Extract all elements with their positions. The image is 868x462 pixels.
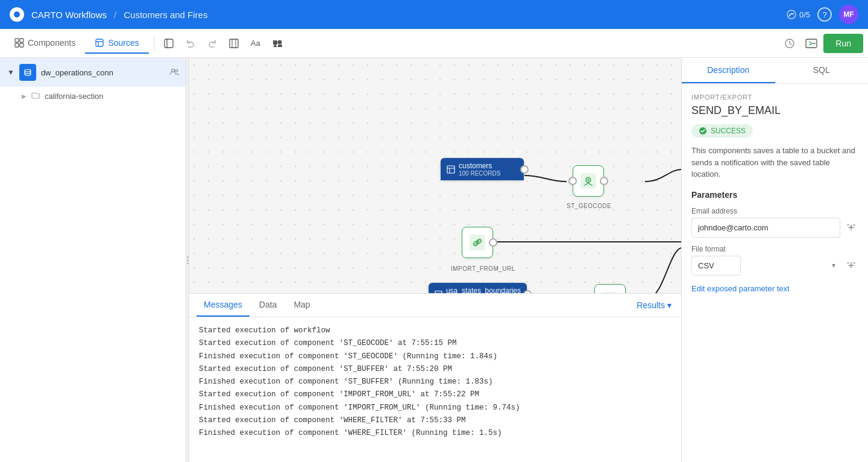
map-tab[interactable]: Map xyxy=(286,294,317,317)
svg-rect-23 xyxy=(447,166,454,173)
undo-icon xyxy=(185,38,196,49)
folder-name: california-section xyxy=(45,92,104,101)
usa-out[interactable] xyxy=(523,290,532,294)
gauge-icon xyxy=(786,9,797,20)
undo-button[interactable] xyxy=(181,34,200,53)
import-out[interactable] xyxy=(489,238,497,247)
log-line-2: Finished execution of component 'ST_GEOC… xyxy=(199,350,669,363)
user-avatar[interactable]: MF xyxy=(839,5,858,24)
font-button[interactable]: Aa xyxy=(246,34,265,53)
workflow-canvas[interactable]: customers 100 RECORDS ST xyxy=(187,58,681,293)
import-url-node[interactable] xyxy=(462,227,493,258)
run-button[interactable]: Run xyxy=(823,34,863,53)
redo-button[interactable] xyxy=(203,34,222,53)
clock-icon xyxy=(784,38,795,49)
right-panel-tabs: Description SQL xyxy=(682,58,868,84)
sources-icon xyxy=(95,38,104,48)
file-format-select[interactable]: CSV JSON GeoJSON Parquet xyxy=(691,256,741,276)
geocode-node[interactable] xyxy=(573,165,604,197)
usa-title: usa_states_boundaries xyxy=(446,286,521,293)
select-arrow: ▾ xyxy=(832,261,835,270)
components-tab[interactable]: Components xyxy=(5,33,85,54)
usa-node[interactable]: usa_states_boundaries 51 RECORDS xyxy=(428,282,527,293)
bottom-panel: Messages Data Map Results ▾ Started exec… xyxy=(187,293,681,462)
svg-point-22 xyxy=(175,69,178,72)
add-icon xyxy=(846,223,856,232)
file-format-row: CSV JSON GeoJSON Parquet ▾ xyxy=(691,256,858,276)
title-separator: / xyxy=(114,10,116,20)
main-toolbar: Components Sources xyxy=(0,29,868,58)
topbar-right: 0/5 ? MF xyxy=(786,5,858,24)
svg-rect-16 xyxy=(278,45,282,47)
sql-tab[interactable]: SQL xyxy=(775,58,869,83)
sidebar-splitter[interactable] xyxy=(186,58,187,462)
history-button[interactable] xyxy=(780,34,799,53)
geocode-in[interactable] xyxy=(568,177,577,185)
log-line-7: Started execution of component 'WHERE_FI… xyxy=(199,414,669,427)
messages-tab[interactable]: Messages xyxy=(197,294,250,317)
folder-icon xyxy=(31,92,40,101)
svg-point-20 xyxy=(25,69,31,72)
folder-svg xyxy=(31,92,40,99)
connection-name: dw_operations_conn xyxy=(41,68,165,77)
fit-icon xyxy=(228,38,239,49)
svg-rect-1 xyxy=(15,39,19,42)
geocode-out[interactable] xyxy=(600,177,608,185)
help-button[interactable]: ? xyxy=(817,7,832,22)
db-icon xyxy=(24,68,32,77)
toolbar-left: Components Sources xyxy=(5,33,149,54)
file-format-select-wrapper: CSV JSON GeoJSON Parquet ▾ xyxy=(691,256,840,276)
results-button[interactable]: Results ▾ xyxy=(637,300,671,310)
right-panel-content: IMPORT/EXPORT SEND_BY_EMAIL SUCCESS This… xyxy=(682,84,868,462)
svg-rect-13 xyxy=(273,40,277,45)
email-add-button[interactable] xyxy=(844,220,858,235)
connection-item[interactable]: ▼ dw_operations_conn xyxy=(0,58,186,87)
email-input[interactable] xyxy=(691,218,840,238)
components-icon xyxy=(14,38,24,48)
import-url-label: IMPORT_FROM_URL xyxy=(451,265,505,272)
customers-subtitle: 100 RECORDS xyxy=(459,170,500,177)
topbar: CARTO Workflows / Customers and Fires 0/… xyxy=(0,0,868,29)
description-tab[interactable]: Description xyxy=(682,58,775,83)
sources-tab[interactable]: Sources xyxy=(85,33,148,54)
status-badge: SUCCESS xyxy=(691,124,753,138)
toolbar-divider1 xyxy=(154,36,154,51)
edit-exposed-link[interactable]: Edit exposed parameter text xyxy=(691,284,790,293)
toggle-panel-button[interactable] xyxy=(159,34,178,53)
svg-rect-4 xyxy=(20,43,24,47)
customers-node[interactable]: customers 100 RECORDS xyxy=(440,157,524,181)
log-area: Started execution of workflow Started ex… xyxy=(187,317,681,462)
more-button[interactable] xyxy=(268,34,287,53)
log-line-3: Started execution of component 'ST_BUFFE… xyxy=(199,363,669,376)
format-add-button[interactable] xyxy=(844,258,858,273)
link-icon xyxy=(470,235,485,250)
svg-rect-3 xyxy=(15,43,19,47)
connection-icon xyxy=(19,64,36,81)
app-logo xyxy=(10,7,24,22)
bottom-tabs: Messages Data Map Results ▾ xyxy=(187,294,681,317)
log-line-0: Started execution of workflow xyxy=(199,324,669,337)
app-title: CARTO Workflows xyxy=(31,10,107,20)
collapse-arrow[interactable]: ▼ xyxy=(7,68,14,77)
users-icon xyxy=(169,68,179,77)
where-filter-node[interactable] xyxy=(594,284,626,293)
customers-title: customers xyxy=(459,162,500,170)
data-tab[interactable]: Data xyxy=(252,294,285,317)
run-options-icon xyxy=(805,39,817,48)
svg-rect-26 xyxy=(580,173,596,189)
score-display: 0/5 xyxy=(786,9,810,20)
fit-view-button[interactable] xyxy=(224,34,244,53)
log-line-1: Started execution of component 'ST_GEOCO… xyxy=(199,337,669,350)
run-options-button[interactable] xyxy=(802,34,821,53)
file-format-label: File format xyxy=(691,245,858,253)
table-icon xyxy=(447,165,455,174)
log-line-5: Started execution of component 'IMPORT_F… xyxy=(199,388,669,401)
usa-table-icon xyxy=(435,290,442,294)
right-panel: Description SQL IMPORT/EXPORT SEND_BY_EM… xyxy=(681,58,868,462)
folder-item[interactable]: ▶ california-section xyxy=(0,87,186,106)
svg-rect-10 xyxy=(230,39,238,48)
customers-out[interactable] xyxy=(520,165,529,174)
expand-arrow: ▶ xyxy=(22,93,27,100)
users-svg xyxy=(169,68,179,75)
svg-point-28 xyxy=(588,179,590,181)
